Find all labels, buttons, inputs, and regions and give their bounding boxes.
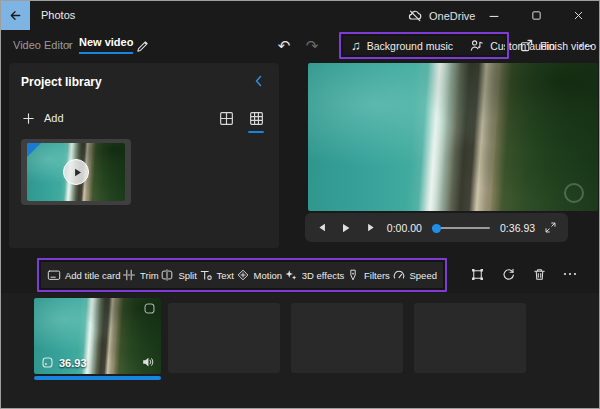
command-bar: Video Editor › New video ↶ ↷ ♫ Backgroun…: [1, 30, 599, 61]
trash-icon: [532, 267, 547, 282]
tool-label: Speed: [410, 270, 437, 281]
tool-label: 3D effects: [302, 270, 345, 281]
maximize-icon: [530, 9, 543, 22]
library-clip-thumbnail[interactable]: [21, 139, 131, 205]
more-ellipsis-icon: [562, 266, 578, 282]
empty-timeline-slot: [291, 303, 403, 373]
project-library-title: Project library: [21, 75, 102, 89]
speed-button[interactable]: Speed: [392, 268, 437, 282]
add-title-card-button[interactable]: Add title card: [47, 268, 120, 282]
previous-frame-icon: [317, 222, 328, 233]
project-library-panel: Project library Add: [9, 63, 279, 248]
back-button[interactable]: [1, 1, 30, 30]
more-options-button[interactable]: [560, 261, 580, 287]
undo-button[interactable]: ↶: [273, 30, 295, 61]
maximize-button[interactable]: [515, 1, 557, 30]
expand-icon: [544, 221, 557, 234]
speed-icon: [392, 268, 406, 282]
filters-icon: [346, 268, 360, 282]
3d-effects-icon: [284, 268, 298, 282]
breadcrumb-separator-icon: ›: [67, 30, 71, 60]
fullscreen-button[interactable]: [543, 217, 558, 239]
motion-icon: [236, 268, 250, 282]
trim-button[interactable]: Trim: [122, 268, 159, 282]
tool-label: Trim: [140, 270, 159, 281]
title-card-icon: [47, 268, 61, 282]
total-time: 0:36.93: [500, 222, 535, 234]
onedrive-cloud-offline-icon: [407, 8, 423, 24]
pencil-icon: [135, 39, 150, 54]
close-button[interactable]: [557, 1, 599, 30]
large-grid-view-button[interactable]: [215, 107, 237, 129]
library-clip-image: [27, 143, 125, 201]
minimize-button[interactable]: [473, 1, 515, 30]
custom-audio-icon: [469, 38, 484, 53]
seek-slider[interactable]: [432, 222, 490, 234]
trim-icon: [122, 268, 136, 282]
next-frame-button[interactable]: [363, 217, 378, 239]
music-note-icon: ♫: [351, 39, 361, 52]
play-icon: [340, 222, 352, 234]
titlebar: Photos OneDrive: [1, 1, 599, 30]
storyboard-timeline: 36.93: [1, 293, 599, 408]
next-frame-icon: [365, 222, 376, 233]
photos-window: Photos OneDrive Video Editor › New video: [0, 0, 600, 409]
undo-icon: ↶: [278, 37, 291, 54]
edit-toolbar: Add title card Trim Split Text Motion 3D…: [41, 262, 443, 288]
previous-frame-button[interactable]: [315, 217, 330, 239]
add-label: Add: [44, 112, 64, 124]
empty-timeline-slot: [168, 303, 280, 373]
tool-label: Add title card: [65, 270, 120, 281]
tool-label: Motion: [254, 270, 283, 281]
tool-label: Text: [217, 270, 234, 281]
play-clip-button[interactable]: [63, 159, 89, 185]
onedrive-label: OneDrive: [429, 10, 475, 22]
speaker-icon: [141, 355, 155, 369]
chevron-left-icon: [251, 73, 271, 89]
tool-label: Split: [178, 270, 196, 281]
minimize-icon: [487, 9, 501, 23]
breadcrumb-video-editor[interactable]: Video Editor: [13, 30, 73, 61]
seek-thumb[interactable]: [432, 224, 441, 233]
video-watermark: [564, 183, 584, 203]
rename-project-button[interactable]: [131, 35, 153, 57]
text-button[interactable]: Text: [199, 268, 234, 282]
add-media-button[interactable]: Add: [21, 107, 64, 129]
grid-small-icon: [248, 110, 265, 127]
plus-icon: [21, 111, 36, 126]
small-grid-view-button[interactable]: [245, 107, 267, 129]
resize-frame-icon: [470, 267, 485, 282]
more-ellipsis-icon: [578, 38, 594, 54]
onedrive-status[interactable]: OneDrive: [407, 1, 475, 30]
text-icon: [199, 268, 213, 282]
clip-volume-button[interactable]: [141, 355, 155, 369]
resize-frame-button[interactable]: [467, 261, 487, 287]
clip-duration-value: 36.93: [59, 357, 87, 369]
clip-action-group: [467, 261, 580, 287]
export-video-icon: [519, 38, 534, 53]
play-button[interactable]: [339, 217, 354, 239]
split-button[interactable]: Split: [160, 268, 196, 282]
split-icon: [160, 268, 174, 282]
play-icon: [72, 167, 83, 178]
video-preview: [308, 63, 598, 211]
timeline-clip[interactable]: 36.93: [34, 298, 161, 374]
redo-button[interactable]: ↷: [301, 30, 323, 61]
app-title: Photos: [41, 1, 75, 30]
clip-selection-indicator: [34, 376, 161, 380]
delete-button[interactable]: [529, 261, 549, 287]
rotate-button[interactable]: [498, 261, 518, 287]
filters-button[interactable]: Filters: [346, 268, 390, 282]
tool-label: Filters: [364, 270, 390, 281]
background-music-button[interactable]: ♫ Background music: [343, 34, 461, 57]
current-time: 0:00.00: [387, 222, 422, 234]
close-icon: [572, 9, 585, 22]
breadcrumb-new-video: New video: [79, 36, 133, 54]
background-music-label: Background music: [367, 40, 453, 52]
duration-icon: [41, 356, 54, 369]
see-more-button[interactable]: [575, 34, 597, 57]
collapse-panel-button[interactable]: [251, 71, 271, 91]
3d-effects-button[interactable]: 3D effects: [284, 268, 345, 282]
motion-button[interactable]: Motion: [236, 268, 283, 282]
empty-timeline-slot: [414, 303, 526, 373]
